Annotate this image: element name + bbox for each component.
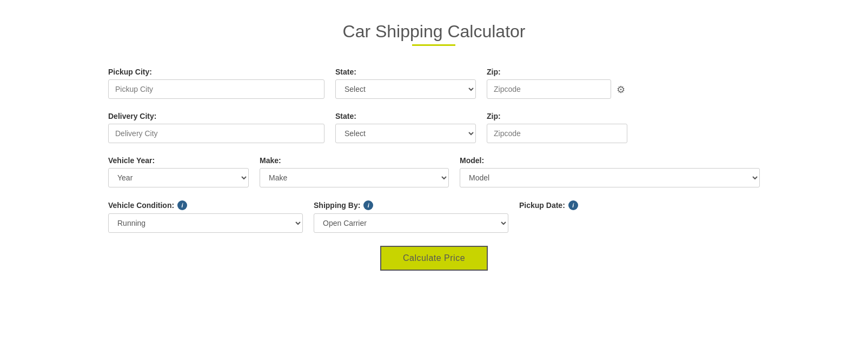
pickup-state-group: State: Select ALAKAZAR CACOCTDE FLGAHIID…	[335, 68, 476, 99]
vehicle-make-label: Make:	[260, 156, 449, 165]
pickup-city-input[interactable]	[108, 79, 324, 99]
pickup-date-label: Pickup Date: i	[519, 200, 681, 210]
page-title: Car Shipping Calculator	[343, 22, 526, 46]
pickup-zip-group: Zip:	[487, 68, 627, 99]
pickup-zip-input[interactable]	[487, 79, 611, 99]
pickup-row: Pickup City: State: Select ALAKAZAR CACO…	[108, 68, 760, 99]
delivery-city-input[interactable]	[108, 124, 324, 143]
vehicle-model-select[interactable]: Model	[460, 168, 760, 187]
pickup-date-info-icon[interactable]: i	[568, 200, 578, 210]
shipping-by-select[interactable]: Open Carrier Enclosed Carrier	[314, 213, 508, 233]
loading-spinner	[617, 84, 627, 95]
vehicle-condition-group: Vehicle Condition: i Running Not Running	[108, 200, 303, 233]
pickup-state-select[interactable]: Select ALAKAZAR CACOCTDE FLGAHIID ILINIA…	[335, 79, 476, 99]
delivery-zip-input[interactable]	[487, 124, 627, 143]
vehicle-year-select[interactable]: Year 2024202320222021 2020201920182017 2…	[108, 168, 249, 187]
calculate-btn-container: Calculate Price	[108, 246, 760, 271]
vehicle-model-label: Model:	[460, 156, 760, 165]
vehicle-year-label: Vehicle Year:	[108, 156, 249, 165]
delivery-state-select[interactable]: Select ALAKAZAR CACOCTDE FLGAHIID ILINIA…	[335, 124, 476, 143]
vehicle-condition-select[interactable]: Running Not Running	[108, 213, 303, 233]
shipping-by-group: Shipping By: i Open Carrier Enclosed Car…	[314, 200, 508, 233]
vehicle-make-group: Make: Make AcuraAudiBMW ChevroletDodgeFo…	[260, 156, 449, 187]
pickup-zip-label: Zip:	[487, 68, 627, 76]
delivery-city-label: Delivery City:	[108, 112, 324, 120]
pickup-city-group: Pickup City:	[108, 68, 324, 99]
delivery-zip-label: Zip:	[487, 112, 627, 120]
pickup-date-group: Pickup Date: i	[519, 200, 681, 213]
vehicle-make-select[interactable]: Make AcuraAudiBMW ChevroletDodgeFord Hon…	[260, 168, 449, 187]
pickup-zip-row	[487, 79, 627, 99]
vehicle-row: Vehicle Year: Year 2024202320222021 2020…	[108, 156, 760, 187]
vehicle-condition-label: Vehicle Condition: i	[108, 200, 303, 210]
delivery-row: Delivery City: State: Select ALAKAZAR CA…	[108, 112, 760, 143]
condition-info-icon[interactable]: i	[177, 200, 187, 210]
vehicle-model-group: Model: Model	[460, 156, 760, 187]
calculate-price-button[interactable]: Calculate Price	[380, 246, 488, 271]
delivery-city-group: Delivery City:	[108, 112, 324, 143]
pickup-state-label: State:	[335, 68, 476, 76]
delivery-state-label: State:	[335, 112, 476, 120]
shipping-by-label: Shipping By: i	[314, 200, 508, 210]
pickup-city-label: Pickup City:	[108, 68, 324, 76]
delivery-state-group: State: Select ALAKAZAR CACOCTDE FLGAHIID…	[335, 112, 476, 143]
options-row: Vehicle Condition: i Running Not Running…	[108, 200, 760, 233]
shipping-info-icon[interactable]: i	[363, 200, 373, 210]
vehicle-year-group: Vehicle Year: Year 2024202320222021 2020…	[108, 156, 249, 187]
delivery-zip-group: Zip:	[487, 112, 627, 143]
